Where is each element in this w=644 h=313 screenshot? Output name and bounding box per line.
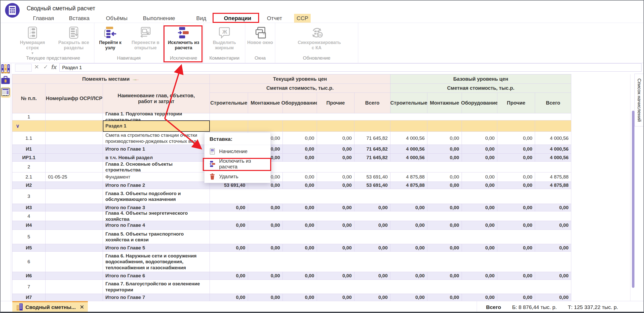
table-row[interactable]: И6Итого по Главе 60,000,000,000,000,000,… xyxy=(12,272,571,280)
cell-name[interactable]: Фундамент xyxy=(103,172,210,182)
cell-base-0[interactable]: 4 000,56 xyxy=(390,145,427,154)
cell-current-3[interactable]: 0,00 xyxy=(317,154,354,162)
cell-base-2[interactable]: 0,00 xyxy=(462,154,497,162)
cell-num[interactable]: И3 xyxy=(12,204,46,211)
tab-volumes[interactable]: Объёмы xyxy=(103,14,130,23)
cell-current-0[interactable]: 0,00 xyxy=(210,244,248,252)
cell-current-3[interactable]: 0,00 xyxy=(317,132,354,145)
cell-reference-input[interactable] xyxy=(15,64,32,72)
confirm-icon[interactable]: ✓ xyxy=(43,64,48,70)
sidebar-item-briefcase[interactable] xyxy=(1,76,11,86)
cell-num[interactable]: 7 xyxy=(12,280,46,294)
cell-current-1[interactable]: 0,00 xyxy=(248,244,283,252)
vertical-scrollbar[interactable] xyxy=(632,111,634,288)
cell-current-4[interactable] xyxy=(354,120,390,132)
cell-code[interactable] xyxy=(46,252,103,272)
cell-base-1[interactable]: 0,00 xyxy=(427,221,462,230)
cell-base-0[interactable] xyxy=(390,120,427,132)
cell-current-4[interactable]: 0,00 xyxy=(354,221,390,230)
cell-current-2[interactable]: 0,00 xyxy=(283,294,317,301)
tab-ssr[interactable]: ССР xyxy=(294,14,311,23)
cell-base-0[interactable]: 4 875,88 xyxy=(390,172,427,182)
cell-code[interactable] xyxy=(46,120,103,132)
cell-base-2[interactable]: 0,00 xyxy=(462,145,497,154)
cell-base-1[interactable]: 0,00 xyxy=(427,294,462,301)
cell-num[interactable]: И2 xyxy=(12,182,46,189)
cell-current-2[interactable]: 0,00 xyxy=(283,172,317,182)
cell-code[interactable] xyxy=(46,221,103,230)
bold-comment-button[interactable]: ЖВыделить жирным xyxy=(205,25,244,51)
cell-base-4[interactable]: 4 875,88 xyxy=(535,172,571,182)
tab-insert[interactable]: Вставка xyxy=(66,14,92,23)
cell-num[interactable]: И6 xyxy=(12,272,46,280)
cell-current-2[interactable]: 0,00 xyxy=(283,204,317,211)
cell-base-2[interactable]: 0,00 xyxy=(462,132,497,145)
cell-current-2[interactable]: 0,00 xyxy=(283,154,317,162)
cell-base-0[interactable]: 4 000,56 xyxy=(390,132,427,145)
cell-name[interactable]: Глава 7. Благоустройство и озеленение те… xyxy=(103,280,210,294)
cell-current-3[interactable]: 0,00 xyxy=(317,272,354,280)
cell-current-2[interactable]: 0,00 xyxy=(283,145,317,154)
cell-current-2[interactable]: 0,00 xyxy=(283,182,317,189)
accruals-panel-tab[interactable]: Список начислений xyxy=(634,74,644,126)
cell-base-0[interactable]: 4 875,88 xyxy=(390,182,427,189)
cell-num[interactable]: И4 xyxy=(12,221,46,230)
cell-base-2[interactable]: 0,00 xyxy=(462,244,497,252)
cell-current-0[interactable]: 0,00 xyxy=(210,272,248,280)
cell-current-4[interactable]: 0,00 xyxy=(354,204,390,211)
cell-current-3[interactable]: 0,00 xyxy=(317,172,354,182)
cancel-icon[interactable]: ✕ xyxy=(34,64,39,70)
cell-code[interactable] xyxy=(46,204,103,211)
table-row[interactable]: 1.1Смета на строительство станции очистк… xyxy=(12,132,571,145)
cell-base-2[interactable] xyxy=(462,120,497,132)
cell-base-1[interactable]: 0,00 xyxy=(427,272,462,280)
row-expander-chevron-icon[interactable]: ∨ xyxy=(16,123,20,129)
cell-current-3[interactable]: 0,00 xyxy=(317,221,354,230)
cell-code[interactable] xyxy=(46,294,103,301)
cell-num[interactable]: 1.1 xyxy=(12,132,46,145)
cell-current-0[interactable] xyxy=(210,120,248,132)
cell-base-4[interactable] xyxy=(535,120,571,132)
cell-base-1[interactable]: 0,00 xyxy=(427,244,462,252)
cell-code[interactable]: 01-05-25 xyxy=(46,172,103,182)
cell-base-1[interactable]: 0,00 xyxy=(427,182,462,189)
cell-current-1[interactable]: 0,00 xyxy=(248,294,283,301)
cell-name[interactable]: Глава 4. Объекты энергетического хозяйст… xyxy=(103,211,210,221)
table-row[interactable]: 2Глава 2. Основные объекты строительства xyxy=(12,162,571,172)
cell-base-3[interactable] xyxy=(497,120,535,132)
cell-name[interactable]: Глава 5. Объекты транспортного хозяйства… xyxy=(103,230,210,244)
cell-current-3[interactable] xyxy=(317,120,354,132)
move-to-open-button[interactable]: Перенести в открытые xyxy=(128,25,163,51)
cell-current-2[interactable] xyxy=(283,120,317,132)
cell-name[interactable]: Итого по Главе 6 xyxy=(103,272,210,280)
cell-num[interactable]: 1 xyxy=(12,113,46,120)
cell-code[interactable] xyxy=(46,145,103,154)
cell-current-2[interactable]: 0,00 xyxy=(283,272,317,280)
close-icon[interactable]: ✕ xyxy=(80,304,84,310)
cell-name[interactable]: Итого по Главе 7 xyxy=(103,294,210,301)
cell-num[interactable]: ИР1.1 xyxy=(12,154,46,162)
table-row[interactable]: 2.101-05-25Фундамент53 691,400,000,000,0… xyxy=(12,172,571,182)
cell-base-4[interactable]: 0,00 xyxy=(535,221,571,230)
cell-current-0[interactable]: 0,00 xyxy=(210,204,248,211)
cell-num[interactable]: И7 xyxy=(12,294,46,301)
cell-num[interactable]: 4 xyxy=(12,211,46,221)
menu-item-accrual[interactable]: Начисление xyxy=(205,145,270,158)
cell-current-0[interactable]: 0,00 xyxy=(210,221,248,230)
cell-base-1[interactable]: 0,00 xyxy=(427,204,462,211)
cell-base-4[interactable]: 0,00 xyxy=(535,272,571,280)
cell-name[interactable]: Глава 1. Подготовка территории строитель… xyxy=(103,113,210,120)
cell-current-4[interactable]: 0,00 xyxy=(354,244,390,252)
cell-base-2[interactable]: 0,00 xyxy=(462,204,497,211)
cell-code[interactable] xyxy=(46,244,103,252)
cell-current-1[interactable]: 0,00 xyxy=(248,272,283,280)
cell-base-0[interactable]: 0,00 xyxy=(390,244,427,252)
cell-base-2[interactable]: 0,00 xyxy=(462,294,497,301)
cell-base-4[interactable]: 0,00 xyxy=(535,204,571,211)
cell-values-empty[interactable] xyxy=(210,211,571,221)
tab-view[interactable]: Вид xyxy=(194,14,209,23)
new-window-button[interactable]: Новое окно xyxy=(246,25,274,45)
menu-item-delete[interactable]: Удалить xyxy=(205,170,270,183)
cell-base-0[interactable]: 4 000,56 xyxy=(390,154,427,162)
cell-current-1[interactable]: 0,00 xyxy=(248,221,283,230)
